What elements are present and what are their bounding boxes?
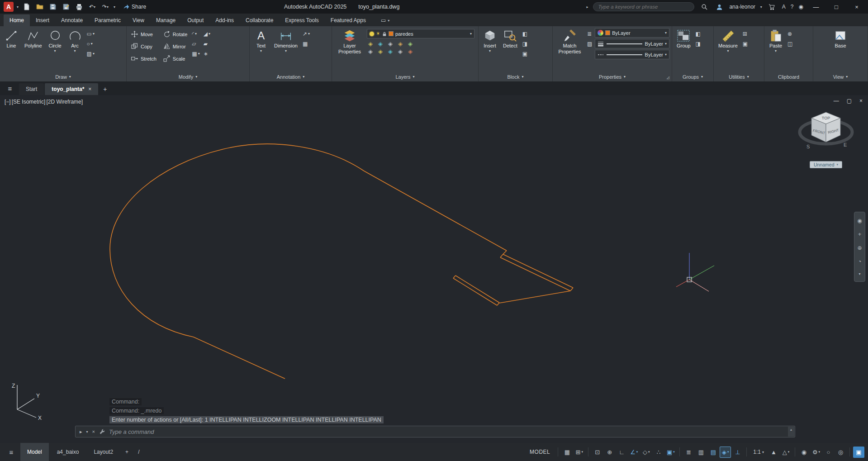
redo-button[interactable]: ↷▾ — [100, 2, 110, 12]
panel-label-block[interactable]: Block▾ — [479, 72, 552, 81]
table-button[interactable]: ▦ — [302, 40, 311, 48]
erase-button[interactable]: ▰ — [203, 40, 211, 48]
clean-screen-toggle[interactable]: ▣ — [853, 447, 864, 458]
command-input[interactable]: ▸ ▾ × Type a command ▾ — [75, 426, 795, 437]
tab-parametric[interactable]: Parametric — [89, 14, 127, 26]
dimension-button[interactable]: Dimension ▾ — [272, 28, 300, 54]
viewcube-east-label[interactable]: E — [844, 142, 847, 147]
tab-manage[interactable]: Manage — [150, 14, 181, 26]
new-drawing-icon[interactable] — [22, 2, 32, 12]
selection-cycling-toggle[interactable]: ▤ — [707, 447, 719, 458]
share-button[interactable]: Share — [123, 4, 146, 10]
leader-button[interactable]: ↗▾ — [302, 30, 311, 38]
window-close-button[interactable]: × — [849, 4, 864, 10]
paste-button[interactable]: Paste ▾ — [767, 28, 785, 54]
app-menu-caret-icon[interactable]: ▾ — [17, 5, 19, 9]
tab-toyo-planta[interactable]: toyo_planta*× — [45, 83, 98, 95]
fillet-button[interactable]: ◜▾ — [191, 30, 200, 38]
copy-clip-button[interactable]: ◫ — [787, 40, 793, 48]
tab-collaborate[interactable]: Collaborate — [240, 14, 279, 26]
panel-label-draw[interactable]: Draw▾ — [0, 72, 126, 81]
lineweight-dropdown[interactable]: ByLayer ▾ — [595, 39, 669, 48]
dynamic-input-toggle[interactable]: ⊕ — [604, 447, 615, 458]
hatch-button[interactable]: ▨▾ — [86, 50, 95, 57]
grid-display-toggle[interactable]: ▦ — [561, 447, 573, 458]
new-drawing-tab-button[interactable]: + — [99, 83, 111, 95]
minimize-ribbon-button[interactable]: ▭▾ — [377, 14, 393, 26]
doc-close-icon[interactable]: × — [859, 98, 863, 104]
snap-mode-toggle[interactable]: ⊞▾ — [574, 447, 585, 458]
3d-object-snap-toggle[interactable]: ◈▾ — [720, 447, 731, 458]
id-point-button[interactable]: ▣ — [742, 40, 749, 48]
doc-minimize-icon[interactable]: — — [834, 98, 839, 104]
rectangle-button[interactable]: ▭▾ — [86, 30, 95, 38]
list-properties-button[interactable]: ≣ — [586, 30, 593, 38]
model-space-canvas[interactable] — [0, 95, 868, 443]
open-icon[interactable] — [35, 2, 45, 12]
workspace-switching-button[interactable]: ⚙▾ — [811, 447, 822, 458]
layer-lock-tool-icon[interactable]: ◈ — [398, 41, 403, 47]
autoscale-toggle[interactable]: △▾ — [780, 447, 792, 458]
pan-icon[interactable]: + — [858, 231, 861, 238]
line-button[interactable]: Line — [2, 28, 20, 50]
viewport-minimize-control[interactable]: [−] — [5, 99, 11, 105]
arc-button[interactable]: Arc ▾ — [66, 28, 84, 54]
viewport-visual-style-control[interactable]: [2D Wireframe] — [46, 99, 83, 105]
command-customize-icon[interactable] — [99, 429, 105, 435]
layer-dropdown-caret-icon[interactable]: ▾ — [470, 32, 472, 36]
tab-featured-apps[interactable]: Featured Apps — [325, 14, 372, 26]
navbar-more-caret-icon[interactable]: ▾ — [859, 272, 860, 276]
object-color-dropdown[interactable]: ByLayer ▾ — [595, 28, 669, 38]
layer-thaw-icon[interactable]: ◈ — [388, 48, 393, 54]
polar-tracking-toggle[interactable]: ∠▾ — [628, 447, 640, 458]
status-menu-icon[interactable]: ≡ — [4, 443, 19, 461]
user-avatar-icon[interactable] — [714, 2, 724, 12]
panel-label-view[interactable]: View▾ — [813, 72, 868, 81]
cut-clip-button[interactable]: ⊗ — [787, 30, 793, 38]
search-expand-caret-icon[interactable]: ▸ — [586, 5, 588, 9]
array-button[interactable]: ▦▾ — [191, 50, 200, 57]
trim-button[interactable]: ◢▾ — [203, 30, 211, 38]
make-current-layer-icon[interactable]: ◈ — [408, 41, 413, 47]
layer-on-icon[interactable] — [370, 32, 374, 36]
offset-button[interactable]: ▱ — [191, 40, 200, 48]
ortho-mode-toggle[interactable]: ∟ — [616, 447, 627, 458]
window-maximize-button[interactable]: □ — [829, 4, 844, 10]
zoom-icon[interactable]: ⊕ — [857, 245, 862, 251]
model-tab[interactable]: Model — [20, 443, 49, 461]
panel-label-layers[interactable]: Layers▾ — [332, 72, 478, 81]
viewcube[interactable]: TOP FRONT RIGHT S E Unnamed▾ — [796, 107, 856, 168]
scale-button[interactable]: Scale — [161, 52, 189, 65]
layout-tab-a4-baixo[interactable]: a4_baixo — [50, 443, 86, 461]
layer-unisolate-icon[interactable]: ◈ — [378, 48, 383, 54]
file-tabs-menu-icon[interactable]: ≡ — [2, 81, 18, 95]
orbit-icon[interactable]: ◔ — [858, 258, 861, 265]
annotation-visibility-toggle[interactable]: ▲ — [768, 447, 779, 458]
ellipse-button[interactable]: ○▾ — [86, 40, 95, 48]
panel-label-utilities[interactable]: Utilities▾ — [714, 72, 764, 81]
recent-commands-icon[interactable]: ▸ — [80, 429, 82, 435]
close-tab-icon[interactable]: × — [88, 86, 91, 92]
new-layout-button[interactable]: + — [121, 449, 133, 455]
detect-button[interactable]: Detect — [501, 28, 520, 50]
layer-unlock-icon[interactable]: ◈ — [398, 48, 403, 54]
measure-button[interactable]: Measure ▾ — [716, 28, 740, 54]
tab-start[interactable]: Start — [19, 83, 44, 95]
panel-label-annotation[interactable]: Annotation▾ — [250, 72, 332, 81]
graphics-performance-toggle[interactable]: ◎ — [835, 447, 846, 458]
lineweight-toggle[interactable]: ≣ — [683, 447, 694, 458]
write-block-button[interactable]: ◨ — [522, 40, 528, 48]
layer-lock-icon[interactable] — [382, 31, 387, 37]
copy-button[interactable]: Copy — [129, 40, 158, 52]
match-properties-button[interactable]: Match Properties — [555, 28, 584, 55]
layer-color-swatch[interactable] — [389, 31, 394, 36]
insert-button[interactable]: Insert ▾ — [481, 28, 499, 54]
layout-tab-layout2[interactable]: Layout2 — [87, 443, 120, 461]
group-edit-button[interactable]: ◨ — [695, 40, 702, 48]
viewcube-top-face[interactable]: TOP — [822, 116, 830, 120]
tab-home[interactable]: Home — [4, 14, 30, 26]
tab-express-tools[interactable]: Express Tools — [279, 14, 324, 26]
qat-customize-caret-icon[interactable]: ▾ — [114, 5, 115, 9]
viewcube-south-label[interactable]: S — [806, 144, 810, 149]
navigation-wheel-icon[interactable]: ◉ — [857, 218, 862, 224]
